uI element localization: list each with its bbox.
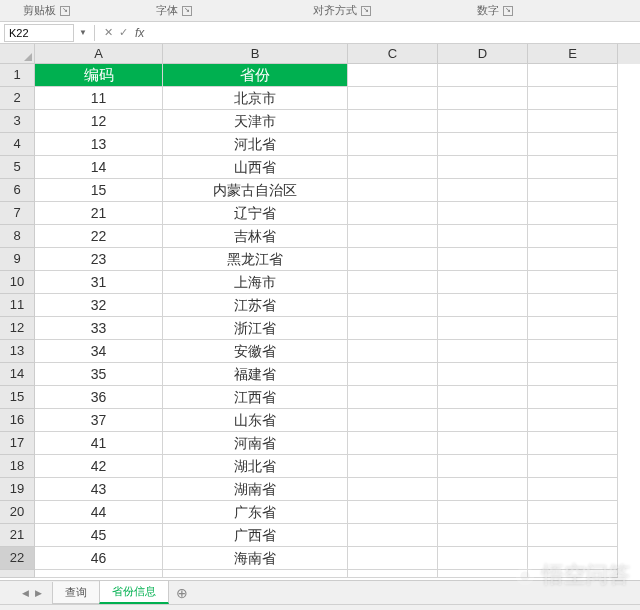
cell[interactable] [348, 432, 438, 455]
row-header[interactable]: 13 [0, 340, 35, 363]
cell-code[interactable]: 23 [35, 248, 163, 271]
cell[interactable] [528, 478, 618, 501]
cell[interactable] [438, 87, 528, 110]
cell[interactable] [348, 455, 438, 478]
cell[interactable] [528, 363, 618, 386]
cell[interactable] [528, 317, 618, 340]
cell[interactable] [528, 432, 618, 455]
row-header[interactable]: 8 [0, 225, 35, 248]
clipboard-launcher-icon[interactable] [60, 6, 70, 16]
row-header[interactable]: 19 [0, 478, 35, 501]
cell[interactable] [438, 409, 528, 432]
cell[interactable] [438, 363, 528, 386]
cell-code[interactable]: 21 [35, 202, 163, 225]
cell[interactable] [35, 570, 163, 578]
cell-province[interactable]: 北京市 [163, 87, 348, 110]
cell[interactable] [528, 547, 618, 570]
column-header-a[interactable]: A [35, 44, 163, 64]
cell-code[interactable]: 22 [35, 225, 163, 248]
cell[interactable] [348, 64, 438, 87]
cell-code[interactable]: 36 [35, 386, 163, 409]
column-header-e[interactable]: E [528, 44, 618, 64]
tab-nav-prev-icon[interactable]: ◀ [20, 586, 31, 600]
cell-province[interactable]: 黑龙江省 [163, 248, 348, 271]
cell[interactable] [438, 547, 528, 570]
cell[interactable] [528, 225, 618, 248]
cell-province[interactable]: 广东省 [163, 501, 348, 524]
cell-code[interactable]: 12 [35, 110, 163, 133]
cell-code[interactable]: 31 [35, 271, 163, 294]
row-header[interactable]: 9 [0, 248, 35, 271]
cell-province[interactable]: 辽宁省 [163, 202, 348, 225]
row-header[interactable]: 17 [0, 432, 35, 455]
cell[interactable] [438, 156, 528, 179]
cell-code[interactable]: 45 [35, 524, 163, 547]
cell[interactable] [348, 363, 438, 386]
cell-code[interactable]: 35 [35, 363, 163, 386]
cell[interactable] [438, 317, 528, 340]
cell[interactable] [528, 409, 618, 432]
cell[interactable] [438, 202, 528, 225]
cell-province[interactable]: 山西省 [163, 156, 348, 179]
column-header-c[interactable]: C [348, 44, 438, 64]
cell-code[interactable]: 43 [35, 478, 163, 501]
cell-province[interactable]: 浙江省 [163, 317, 348, 340]
cell-province[interactable]: 海南省 [163, 547, 348, 570]
cell[interactable] [348, 294, 438, 317]
cell[interactable] [528, 340, 618, 363]
cell[interactable] [528, 271, 618, 294]
cell-code[interactable]: 32 [35, 294, 163, 317]
row-header[interactable]: 5 [0, 156, 35, 179]
cell[interactable] [528, 179, 618, 202]
fx-icon[interactable]: fx [131, 26, 148, 40]
font-launcher-icon[interactable] [182, 6, 192, 16]
cell-code[interactable]: 46 [35, 547, 163, 570]
cell-code[interactable]: 42 [35, 455, 163, 478]
cell[interactable] [348, 156, 438, 179]
cell[interactable] [438, 478, 528, 501]
row-header[interactable]: 21 [0, 524, 35, 547]
cell-code[interactable]: 33 [35, 317, 163, 340]
cell[interactable] [348, 547, 438, 570]
name-box-dropdown-icon[interactable]: ▼ [78, 24, 88, 42]
cell-province[interactable]: 安徽省 [163, 340, 348, 363]
cell[interactable] [528, 202, 618, 225]
row-header[interactable]: 2 [0, 87, 35, 110]
cell-code[interactable]: 14 [35, 156, 163, 179]
name-box[interactable] [4, 24, 74, 42]
cell[interactable] [528, 156, 618, 179]
cell[interactable] [348, 478, 438, 501]
cell-province[interactable]: 江西省 [163, 386, 348, 409]
cell[interactable] [528, 386, 618, 409]
cell[interactable] [438, 271, 528, 294]
cell-code[interactable]: 41 [35, 432, 163, 455]
cell[interactable] [348, 202, 438, 225]
cell[interactable] [528, 248, 618, 271]
cell[interactable] [348, 409, 438, 432]
row-header[interactable]: 12 [0, 317, 35, 340]
cell[interactable] [348, 271, 438, 294]
row-header[interactable]: 14 [0, 363, 35, 386]
cell-province[interactable]: 山东省 [163, 409, 348, 432]
row-header[interactable]: 7 [0, 202, 35, 225]
row-header[interactable]: 1 [0, 64, 35, 87]
row-header[interactable]: 16 [0, 409, 35, 432]
cell-province[interactable]: 吉林省 [163, 225, 348, 248]
formula-bar[interactable] [148, 24, 640, 42]
cell[interactable] [348, 386, 438, 409]
cell[interactable] [348, 340, 438, 363]
cell[interactable] [438, 294, 528, 317]
row-header[interactable]: 6 [0, 179, 35, 202]
cell[interactable] [163, 570, 348, 578]
cell[interactable] [348, 524, 438, 547]
row-header[interactable]: 15 [0, 386, 35, 409]
cell[interactable] [438, 179, 528, 202]
cell[interactable] [438, 455, 528, 478]
cell[interactable] [348, 248, 438, 271]
cell[interactable] [348, 110, 438, 133]
cell[interactable] [528, 64, 618, 87]
cell[interactable] [438, 248, 528, 271]
grid-body[interactable]: 1编码省份211北京市312天津市413河北省514山西省615内蒙古自治区72… [0, 64, 640, 580]
row-header[interactable]: 11 [0, 294, 35, 317]
cell-header-province[interactable]: 省份 [163, 64, 348, 87]
